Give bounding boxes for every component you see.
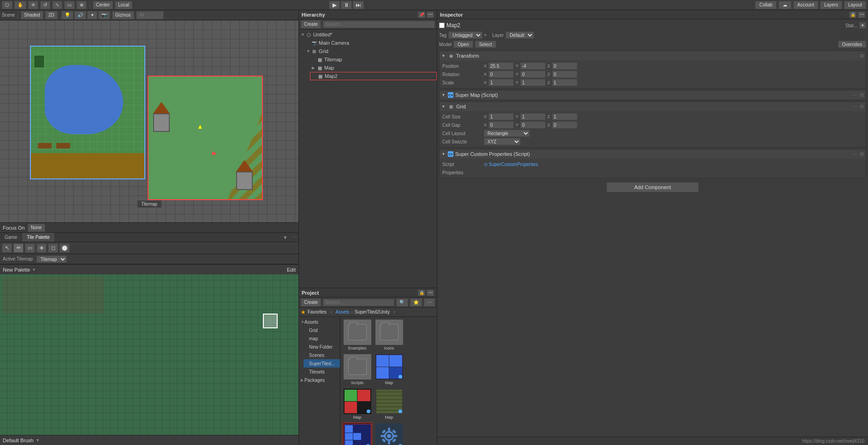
tile-palette-tab[interactable]: Tile Palette <box>22 233 55 242</box>
paint-tool-btn[interactable]: ✏ <box>13 243 24 253</box>
open-btn[interactable]: Open <box>453 41 473 48</box>
inspector-lock-btn[interactable]: 🔒 <box>849 12 856 18</box>
tree-assets[interactable]: ▼ Assets <box>299 318 340 326</box>
layer-select[interactable]: Default <box>505 31 534 39</box>
collab-button[interactable]: Collab <box>755 1 776 9</box>
obj-active-checkbox[interactable] <box>439 23 445 28</box>
cell-swizzle-select[interactable]: XYZ <box>484 138 521 145</box>
scale-x-input[interactable] <box>488 79 514 86</box>
super-custom-menu-btn[interactable]: ⋯ <box>852 151 858 157</box>
grid-header[interactable]: ▼ ⊞ Grid ⋯ ⊡ <box>440 102 866 111</box>
palette-content[interactable] <box>0 274 298 435</box>
transform-expand-btn[interactable]: ⊡ <box>860 53 864 58</box>
project-star-btn[interactable]: ⭐ <box>410 298 422 307</box>
2d-btn[interactable]: 2D <box>45 11 58 19</box>
pos-y-input[interactable] <box>520 62 546 70</box>
cs-y-input[interactable] <box>520 113 546 120</box>
scale-z-input[interactable] <box>552 79 577 86</box>
layout-button[interactable]: Layout <box>844 1 866 9</box>
asset-map-2[interactable]: Map <box>342 388 372 421</box>
tree-supertiled[interactable]: SuperTiled... <box>303 359 340 368</box>
effects-btn[interactable]: ✦ <box>87 11 97 19</box>
cg-y-input[interactable] <box>520 121 546 129</box>
tree-grid[interactable]: Grid <box>303 326 340 334</box>
grid-menu-btn[interactable]: ⋯ <box>852 103 858 110</box>
pos-x-input[interactable] <box>488 62 514 70</box>
project-create-btn[interactable]: Create <box>301 298 321 307</box>
gizmos-btn[interactable]: Gizmos <box>112 11 134 19</box>
asset-map-3[interactable]: Map <box>374 388 404 421</box>
play-button[interactable]: ▶ <box>329 1 340 9</box>
super-map-header[interactable]: ▼ C# Super Map (Script) ⋯ ⊡ <box>440 90 866 100</box>
hierarchy-pin-btn[interactable]: 📌 <box>418 12 425 18</box>
hier-item-map2[interactable]: ▦ Map2 <box>310 72 437 80</box>
pick-btn[interactable]: 👁 <box>36 243 47 253</box>
rot-y-input[interactable] <box>520 71 546 78</box>
audio-btn[interactable]: 🔊 <box>74 11 86 19</box>
tree-tilesets[interactable]: Tilesets <box>303 368 340 376</box>
overrides-btn[interactable]: Overrides <box>838 41 866 48</box>
hier-item-map[interactable]: ▶ ▦ Map <box>310 64 437 72</box>
cloud-button[interactable]: ☁ <box>779 1 791 9</box>
transform-menu-btn[interactable]: ⋯ <box>852 53 858 59</box>
asset-st2u-settings[interactable]: ST2U Setti... <box>374 422 404 445</box>
asset-map-1[interactable]: Map <box>374 353 404 386</box>
cg-z-input[interactable] <box>552 121 577 129</box>
component-transform-header[interactable]: ▼ ⊕ Transform ⋯ ⊡ <box>440 51 866 60</box>
eraser-btn[interactable]: ◻ <box>48 243 58 253</box>
cell-layout-select[interactable]: Rectangle <box>484 130 530 137</box>
move-tool-btn[interactable]: ✛ <box>28 1 38 9</box>
asset-scripts[interactable]: Scripts <box>342 353 372 386</box>
cg-x-input[interactable] <box>488 121 514 129</box>
camera-btn[interactable]: 📷 <box>98 11 110 19</box>
super-custom-expand-btn[interactable]: ⊡ <box>860 152 864 156</box>
pause-button[interactable]: ⏸ <box>341 1 352 9</box>
layers-button[interactable]: Layers <box>820 1 842 9</box>
hierarchy-search[interactable] <box>323 21 435 28</box>
lighting-btn[interactable]: 💡 <box>61 11 73 19</box>
project-search[interactable] <box>323 299 394 306</box>
local-btn[interactable]: Local <box>115 1 132 9</box>
cs-z-input[interactable] <box>552 113 577 120</box>
project-lock-btn[interactable]: 🔒 <box>418 290 425 296</box>
hier-item-untitled[interactable]: ▼ ⬡ Untitled* <box>299 30 437 39</box>
breadcrumb-assets[interactable]: Assets <box>335 309 349 314</box>
hier-item-tilemap[interactable]: ▦ Tilemap <box>310 55 437 64</box>
hand-tool-btn[interactable]: ✋ <box>14 1 26 9</box>
scale-tool-btn[interactable]: ⤡ <box>52 1 62 9</box>
tag-select[interactable]: Untagged <box>448 31 482 39</box>
add-component-button[interactable]: Add Component <box>606 182 699 192</box>
asset-map2-selected[interactable]: Map2 <box>342 422 372 445</box>
rotate-tool-btn[interactable]: ↺ <box>40 1 50 9</box>
select-tool-btn[interactable]: ↖ <box>2 243 12 253</box>
project-search-btn[interactable]: 🔍 <box>396 298 408 307</box>
inspector-more-btn[interactable]: ⋯ <box>858 12 865 18</box>
panel-collapse-btn[interactable]: ▼ <box>281 235 290 240</box>
fill-btn[interactable]: ⬤ <box>59 243 70 253</box>
super-map-expand-btn[interactable]: ⊡ <box>860 93 864 97</box>
tree-new-folder[interactable]: New Folder <box>303 343 340 351</box>
hierarchy-create-btn[interactable]: Create <box>301 20 321 29</box>
none-btn[interactable]: None <box>28 224 45 232</box>
center-btn[interactable]: Center <box>93 1 113 9</box>
project-more-btn[interactable]: ⋯ <box>427 290 434 296</box>
hier-item-grid[interactable]: ▼ ⊞ Grid <box>304 47 437 55</box>
cs-x-input[interactable] <box>488 113 514 120</box>
shaded-btn[interactable]: Shaded <box>21 11 43 19</box>
asset-icons[interactable]: Icons <box>374 319 404 351</box>
static-dropdown-btn[interactable]: ▾ <box>859 22 866 29</box>
pos-z-input[interactable] <box>552 62 577 70</box>
scene-search-input[interactable] <box>136 11 164 19</box>
select-btn[interactable]: Select <box>475 41 496 48</box>
rot-x-input[interactable] <box>488 71 514 78</box>
transform-tool-btn[interactable]: ⊕ <box>77 1 87 9</box>
tree-map[interactable]: map <box>303 334 340 343</box>
hier-item-main-camera[interactable]: 📷 Main Camera <box>304 39 437 47</box>
tree-packages[interactable]: ▶ Packages <box>299 376 340 384</box>
step-button[interactable]: ⏭ <box>353 1 364 9</box>
project-options-btn[interactable]: ⋯ <box>424 298 435 307</box>
game-tab[interactable]: Game <box>0 233 22 242</box>
tilemap-select[interactable]: Tilemap <box>36 255 67 263</box>
rot-z-input[interactable] <box>552 71 577 78</box>
scene-tab-btn[interactable]: ⬡ <box>2 1 12 9</box>
